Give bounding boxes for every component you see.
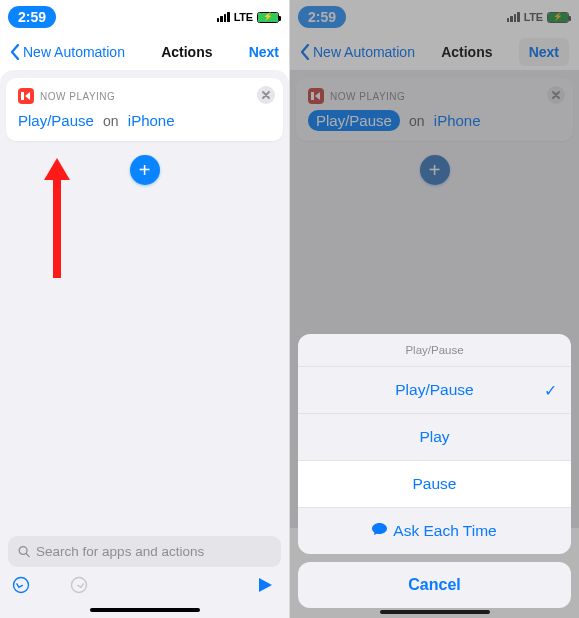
search-field[interactable] (8, 536, 281, 567)
status-right: LTE ⚡ (217, 11, 279, 23)
run-button[interactable] (257, 577, 273, 598)
plus-icon: + (139, 159, 151, 182)
search-input[interactable] (36, 544, 271, 559)
status-time: 2:59 (8, 6, 56, 28)
message-icon (372, 523, 387, 539)
back-label: New Automation (23, 44, 125, 60)
option-playpause[interactable]: Play/Pause ✓ (298, 367, 571, 414)
now-playing-icon (18, 88, 34, 104)
charging-icon: ⚡ (263, 13, 273, 21)
action-sheet: Play/Pause Play/Pause ✓ Play Pause Ask E… (298, 334, 571, 608)
undo-button[interactable] (12, 576, 30, 599)
page-title: Actions (161, 44, 212, 60)
option-play[interactable]: Play (298, 414, 571, 461)
search-icon (18, 545, 30, 558)
carrier-label: LTE (234, 11, 253, 23)
nav-bar: New Automation Actions Next (0, 34, 289, 70)
cellular-bars-icon (217, 12, 230, 22)
svg-point-0 (19, 547, 27, 555)
svg-point-2 (14, 578, 29, 593)
action-text: Play/Pause on iPhone (18, 112, 271, 129)
play-icon (257, 577, 273, 593)
checkmark-icon: ✓ (544, 381, 557, 400)
add-action-button[interactable]: + (130, 155, 160, 185)
close-icon (262, 91, 270, 99)
back-button[interactable]: New Automation (10, 44, 125, 60)
home-indicator[interactable] (90, 608, 200, 612)
next-button[interactable]: Next (249, 44, 279, 60)
action-card[interactable]: NOW PLAYING Play/Pause on iPhone (6, 78, 283, 141)
status-bar: 2:59 LTE ⚡ (0, 0, 289, 34)
redo-button (70, 576, 88, 599)
device-token[interactable]: iPhone (128, 112, 175, 129)
option-pause[interactable]: Pause (298, 461, 571, 508)
sheet-title: Play/Pause (298, 334, 571, 367)
svg-point-3 (72, 578, 87, 593)
redo-icon (70, 576, 88, 594)
option-ask[interactable]: Ask Each Time (298, 508, 571, 554)
battery-icon: ⚡ (257, 12, 279, 23)
red-arrow-icon (40, 158, 74, 278)
chevron-left-icon (10, 44, 20, 60)
now-playing-label: NOW PLAYING (40, 91, 115, 102)
action-on: on (103, 113, 119, 129)
home-indicator[interactable] (380, 610, 490, 614)
content-area: NOW PLAYING Play/Pause on iPhone + (0, 70, 289, 528)
action-token[interactable]: Play/Pause (18, 112, 94, 129)
undo-icon (12, 576, 30, 594)
svg-line-1 (26, 554, 29, 557)
bottom-toolbar (0, 528, 289, 618)
cancel-button[interactable]: Cancel (298, 562, 571, 608)
card-close-button[interactable] (257, 86, 275, 104)
